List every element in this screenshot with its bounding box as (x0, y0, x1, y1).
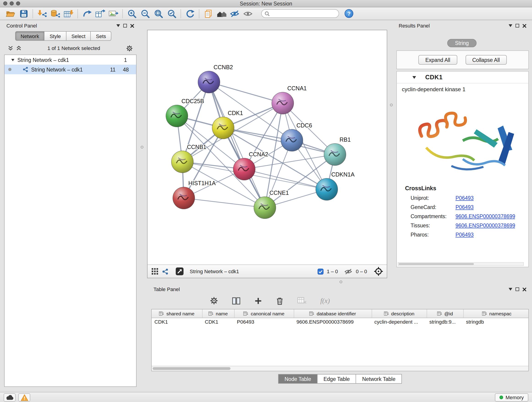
close-panel-button[interactable] (522, 287, 526, 291)
tab-sets[interactable]: Sets (91, 31, 112, 41)
fit-selected-crosshair-icon[interactable] (374, 267, 383, 276)
table-settings-gear-button[interactable] (210, 297, 218, 305)
right-splitter-handle[interactable] (390, 104, 393, 106)
cell-description[interactable]: cyclin-dependent ... (372, 318, 427, 325)
delete-column-button[interactable] (276, 296, 284, 305)
network-options-gear-button[interactable] (126, 45, 133, 51)
column-header-id[interactable]: @id (427, 309, 463, 318)
close-panel-button[interactable] (130, 24, 134, 28)
show-all-button[interactable] (241, 8, 255, 19)
column-header-database-identifier[interactable]: database identifier (294, 309, 372, 318)
column-header-canonical-name[interactable]: canonical name (234, 309, 294, 318)
string-app-icon[interactable] (162, 268, 169, 275)
left-splitter-handle[interactable] (141, 146, 143, 148)
export-image-button[interactable] (107, 8, 120, 19)
tab-network-table[interactable]: Network Table (356, 374, 402, 384)
import-table-button[interactable] (62, 8, 75, 19)
maximize-panel-button[interactable] (123, 24, 127, 27)
close-window-button[interactable] (3, 1, 7, 6)
edge-CDK1-RB1[interactable] (223, 128, 335, 154)
node-HIST1H1A[interactable]: HIST1H1A (173, 180, 216, 209)
show-columns-button[interactable] (232, 296, 241, 305)
search-box[interactable] (261, 9, 339, 18)
node-CCNB2[interactable]: CCNB2 (198, 64, 233, 93)
zoom-fit-button[interactable] (152, 8, 165, 19)
node-CDK1[interactable]: CDK1 (212, 110, 243, 139)
node-CCNA1[interactable]: CCNA1 (272, 85, 307, 114)
hide-selected-button[interactable] (228, 8, 241, 19)
save-session-button[interactable] (17, 8, 30, 19)
column-header-namespace[interactable]: namespac (463, 309, 529, 318)
edge-CCNB2-CCNA1[interactable] (209, 82, 283, 103)
tab-select[interactable]: Select (66, 31, 91, 41)
collapse-all-button[interactable] (8, 45, 13, 51)
float-panel-button[interactable] (509, 288, 512, 291)
refresh-view-button[interactable] (183, 8, 196, 19)
close-panel-button[interactable] (522, 24, 526, 28)
edge-CCNB2-CCNE1[interactable] (209, 82, 265, 208)
node-CCNB1[interactable]: CCNB1 (171, 144, 206, 173)
crosslink-link[interactable]: P06493 (456, 232, 474, 237)
selected-checkbox-icon[interactable] (317, 268, 323, 274)
tab-edge-table[interactable]: Edge Table (317, 374, 356, 384)
network-graph[interactable]: CCNB2CCNA1CDC25BCDK1CDC6RB1CCNB1CCNA2CDK… (147, 30, 387, 264)
zoom-out-button[interactable] (138, 8, 152, 19)
tab-style[interactable]: Style (45, 31, 66, 41)
cell-canonical-name[interactable]: P06493 (234, 318, 294, 325)
hidden-eye-slash-icon[interactable] (344, 268, 353, 275)
tab-network[interactable]: Network (15, 31, 45, 41)
collapse-all-button[interactable]: Collapse All (465, 55, 507, 65)
crosslink-link[interactable]: 9606.ENSP00000378699 (456, 223, 515, 228)
results-horizontal-scrollbar[interactable] (398, 262, 524, 266)
node-CDKN1A[interactable]: CDKN1A (316, 171, 355, 200)
import-network-database-button[interactable] (49, 8, 62, 19)
zoom-window-button[interactable] (16, 1, 20, 6)
birds-eye-grid-icon[interactable] (151, 268, 158, 275)
collection-expander-icon[interactable] (11, 59, 14, 61)
edge-HIST1H1A-CCNE1[interactable] (184, 198, 265, 208)
home-button[interactable] (215, 8, 228, 19)
network-row-selected[interactable]: String Network – cdk1 11 48 (5, 65, 136, 74)
gene-section-header[interactable]: CDK1 (397, 71, 528, 83)
maximize-panel-button[interactable] (515, 24, 519, 27)
minimize-window-button[interactable] (10, 1, 14, 6)
tab-node-table[interactable]: Node Table (278, 374, 317, 384)
node-CDC6[interactable]: CDC6 (281, 122, 312, 151)
import-network-file-button[interactable] (35, 8, 49, 19)
open-external-button[interactable] (176, 267, 184, 275)
cell-database-identifier[interactable]: 9606.ENSP00000378699 (294, 318, 372, 325)
float-panel-button[interactable] (116, 24, 120, 27)
crosslink-link[interactable]: 9606.ENSP00000378699 (456, 214, 515, 219)
results-tab-string[interactable]: String (447, 39, 476, 47)
cell-id[interactable]: stringdb:9... (427, 318, 463, 325)
crosslink-link[interactable]: P06493 (456, 204, 474, 210)
column-header-name[interactable]: name (202, 309, 234, 318)
expand-all-button[interactable] (16, 45, 22, 51)
section-collapse-icon[interactable] (412, 76, 416, 79)
network-view[interactable]: CCNB2CCNA1CDC25BCDK1CDC6RB1CCNB1CCNA2CDK… (147, 30, 387, 278)
cell-namespace[interactable]: stringdb (463, 318, 529, 325)
zoom-selected-button[interactable] (165, 8, 178, 19)
memory-button[interactable]: Memory (495, 393, 528, 402)
add-column-button[interactable] (254, 297, 262, 305)
function-builder-button[interactable]: f(x) (320, 297, 330, 305)
clone-network-button[interactable] (94, 8, 107, 19)
crosslink-link[interactable]: P06493 (456, 195, 474, 201)
new-network-button[interactable] (80, 8, 94, 19)
float-panel-button[interactable] (509, 24, 512, 27)
cloud-status-button[interactable] (4, 393, 16, 402)
maximize-panel-button[interactable] (515, 287, 519, 291)
cell-shared-name[interactable]: CDK1 (152, 318, 202, 325)
warnings-button[interactable] (18, 393, 30, 402)
network-collection-row[interactable]: String Network – cdk1 1 (5, 55, 136, 65)
help-button[interactable]: ? (345, 9, 353, 18)
column-header-description[interactable]: description (372, 309, 427, 318)
node-RB1[interactable]: RB1 (324, 136, 351, 166)
open-session-button[interactable] (4, 8, 17, 19)
copy-button[interactable] (202, 8, 215, 19)
table-row[interactable]: CDK1 CDK1 P06493 9606.ENSP00000378699 cy… (152, 318, 529, 325)
column-header-shared-name[interactable]: shared name (152, 309, 202, 318)
cell-name[interactable]: CDK1 (202, 318, 234, 325)
expand-all-button[interactable]: Expand All (418, 55, 457, 65)
table-horizontal-scrollbar[interactable] (152, 366, 528, 371)
